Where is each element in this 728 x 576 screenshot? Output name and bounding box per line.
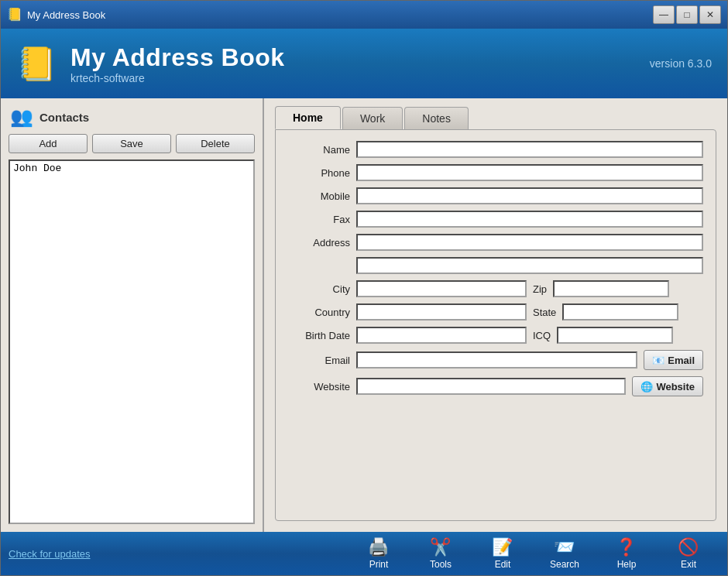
- main-content: 👥 Contacts Add Save Delete John Doe Home…: [1, 98, 727, 532]
- phone-row: Phone: [288, 164, 703, 181]
- toolbar-print[interactable]: 🖨️ Print: [348, 533, 410, 574]
- right-panel: Home Work Notes Name Phone Mobil: [264, 98, 727, 532]
- maximize-button[interactable]: □: [676, 5, 698, 24]
- tools-icon: ✂️: [430, 537, 451, 557]
- mobile-row: Mobile: [288, 187, 703, 204]
- address-input-2[interactable]: [356, 257, 703, 274]
- bottom-toolbar: Check for updates 🖨️ Print ✂️ Tools 📝 Ed…: [1, 532, 727, 575]
- title-bar-title: My Address Book: [27, 9, 105, 21]
- address-row-2: [288, 257, 703, 274]
- website-button[interactable]: 🌐 Website: [632, 376, 703, 396]
- email-button[interactable]: 📧 Email: [644, 350, 703, 370]
- edit-label: Edit: [495, 559, 511, 570]
- help-icon: ❓: [616, 537, 637, 557]
- website-label: Website: [288, 381, 350, 393]
- birthdate-input[interactable]: [356, 327, 527, 344]
- icq-label: ICQ: [533, 330, 551, 341]
- search-label: Search: [550, 559, 579, 570]
- close-button[interactable]: ✕: [699, 5, 721, 24]
- globe-icon: 🌐: [640, 381, 653, 393]
- save-button[interactable]: Save: [92, 134, 171, 153]
- title-bar-left: 📒 My Address Book: [7, 7, 105, 22]
- contacts-header: 👥 Contacts: [1, 98, 263, 134]
- tab-notes[interactable]: Notes: [404, 107, 469, 129]
- birthdate-label: Birth Date: [288, 330, 350, 341]
- icq-input[interactable]: [557, 327, 673, 344]
- add-button[interactable]: Add: [9, 134, 88, 153]
- contacts-icon: 👥: [10, 106, 33, 128]
- fax-input[interactable]: [356, 211, 703, 228]
- website-input[interactable]: [356, 378, 626, 395]
- address-row-1: Address: [288, 234, 703, 251]
- country-input[interactable]: [356, 303, 527, 321]
- app-version: version 6.3.0: [650, 57, 712, 70]
- phone-input[interactable]: [356, 164, 703, 181]
- city-zip-row: City Zip: [288, 280, 703, 297]
- mobile-input[interactable]: [356, 187, 703, 204]
- contacts-list-wrapper: John Doe: [1, 159, 263, 532]
- search-icon: 📨: [554, 537, 575, 557]
- state-input[interactable]: [562, 303, 678, 321]
- zip-input[interactable]: [553, 280, 669, 297]
- fax-row: Fax: [288, 211, 703, 228]
- contacts-list[interactable]: John Doe: [9, 159, 255, 524]
- birthdate-icq-row: Birth Date ICQ: [288, 327, 703, 344]
- name-input[interactable]: [356, 141, 703, 158]
- fax-label: Fax: [288, 214, 350, 225]
- email-row: Email 📧 Email: [288, 350, 703, 370]
- title-bar-controls: — □ ✕: [653, 5, 721, 24]
- country-label: Country: [288, 307, 350, 318]
- tools-label: Tools: [430, 559, 452, 570]
- address-input-1[interactable]: [356, 234, 703, 251]
- app-icon: 📒: [7, 7, 22, 22]
- tab-work[interactable]: Work: [342, 107, 403, 129]
- tabs: Home Work Notes: [275, 106, 716, 129]
- email-input[interactable]: [356, 351, 637, 369]
- app-header: 📒 My Address Book krtech-software versio…: [1, 29, 727, 98]
- city-label: City: [288, 283, 350, 295]
- exit-label: Exit: [681, 559, 696, 570]
- mobile-label: Mobile: [288, 190, 350, 202]
- name-row: Name: [288, 141, 703, 158]
- contacts-label: Contacts: [39, 111, 89, 124]
- city-input[interactable]: [356, 280, 527, 297]
- header-icon: 📒: [13, 40, 60, 87]
- toolbar-search[interactable]: 📨 Search: [534, 533, 596, 574]
- name-label: Name: [288, 144, 350, 156]
- help-label: Help: [617, 559, 637, 570]
- print-icon: 🖨️: [368, 537, 389, 557]
- tab-home[interactable]: Home: [275, 106, 341, 129]
- country-state-row: Country State: [288, 303, 703, 321]
- contacts-buttons: Add Save Delete: [1, 134, 263, 159]
- toolbar-exit[interactable]: 🚫 Exit: [658, 533, 719, 574]
- update-link[interactable]: Check for updates: [9, 548, 91, 560]
- toolbar-tools[interactable]: ✂️ Tools: [410, 533, 472, 574]
- toolbar-help[interactable]: ❓ Help: [596, 533, 658, 574]
- minimize-button[interactable]: —: [653, 5, 675, 24]
- delete-button[interactable]: Delete: [176, 134, 255, 153]
- state-label: State: [533, 307, 556, 318]
- left-panel: 👥 Contacts Add Save Delete John Doe: [1, 98, 264, 532]
- header-subtitle: krtech-software: [70, 72, 285, 84]
- list-item[interactable]: John Doe: [10, 161, 253, 176]
- email-icon: 📧: [652, 355, 664, 366]
- toolbar-edit[interactable]: 📝 Edit: [472, 533, 534, 574]
- header-text: My Address Book krtech-software: [70, 43, 285, 84]
- website-row: Website 🌐 Website: [288, 376, 703, 396]
- exit-icon: 🚫: [678, 537, 699, 557]
- print-label: Print: [369, 559, 389, 570]
- title-bar: 📒 My Address Book — □ ✕: [1, 1, 727, 29]
- zip-label: Zip: [533, 283, 547, 295]
- phone-label: Phone: [288, 167, 350, 179]
- toolbar-items: 🖨️ Print ✂️ Tools 📝 Edit 📨 Search ❓ Help…: [348, 533, 719, 574]
- header-title: My Address Book: [70, 43, 285, 72]
- address-label: Address: [288, 237, 350, 249]
- edit-icon: 📝: [492, 537, 513, 557]
- email-label: Email: [288, 355, 350, 366]
- form-area: Name Phone Mobile Fax Address: [275, 129, 716, 521]
